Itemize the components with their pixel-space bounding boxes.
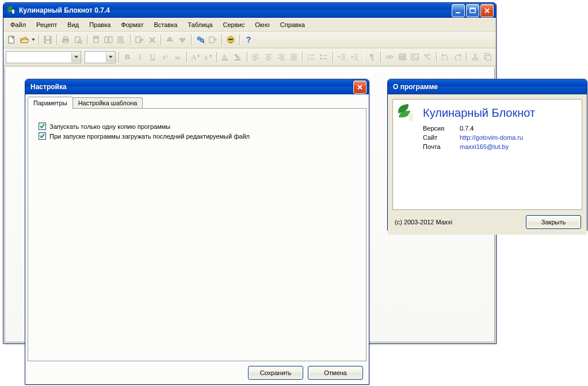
label-load-last-file: При запуске программы загружать последни… <box>49 133 250 140</box>
settings-body: Параметры Настройка шаблона Запускать то… <box>25 94 369 384</box>
font-grow-icon[interactable]: A <box>190 51 201 63</box>
svg-text:2: 2 <box>307 57 309 60</box>
undo-icon[interactable] <box>440 51 451 63</box>
font-color-icon[interactable]: A <box>220 51 231 63</box>
svg-point-62 <box>386 56 390 58</box>
about-mail-link[interactable]: maxxi165@tut.by <box>460 143 576 150</box>
insert-image-icon[interactable] <box>409 51 421 63</box>
list-bullet-icon[interactable] <box>318 51 330 63</box>
minimize-button[interactable] <box>452 4 465 17</box>
main-title: Кулинарный Блокнот 0.7.4 <box>19 3 452 18</box>
font-shrink-icon[interactable]: A <box>202 51 213 63</box>
svg-rect-6 <box>46 41 49 43</box>
menu-window[interactable]: Окно <box>250 20 274 30</box>
align-right-icon[interactable] <box>276 51 287 63</box>
insert-link-icon[interactable] <box>384 51 395 63</box>
about-version-value: 0.7.4 <box>460 125 576 132</box>
indent-icon[interactable] <box>349 51 360 63</box>
highlight-icon[interactable] <box>232 51 244 63</box>
svg-rect-0 <box>456 12 460 13</box>
menubar: Файл Рецепт Вид Правка Формат Вставка Та… <box>3 18 496 32</box>
edit-icon[interactable] <box>133 34 145 45</box>
about-dialog: О программе Кулинарный Блокнот Версия 0.… <box>387 79 587 231</box>
about-copyright: (c) 2003-2012 Maxxi <box>395 219 452 226</box>
move-up-icon[interactable] <box>164 34 175 45</box>
main-close-button[interactable] <box>480 4 494 17</box>
toolbar-standard: ? <box>3 32 496 48</box>
face-icon[interactable] <box>225 34 236 45</box>
italic-icon[interactable]: I <box>134 51 146 63</box>
settings-cancel-button[interactable]: Отмена <box>308 366 363 380</box>
subscript-icon[interactable]: x₂ <box>172 51 184 63</box>
about-body: Кулинарный Блокнот Версия 0.7.4 Сайт htt… <box>388 94 587 235</box>
menu-format[interactable]: Формат <box>116 20 148 30</box>
svg-rect-8 <box>64 37 67 39</box>
main-titlebar[interactable]: Кулинарный Блокнот 0.7.4 <box>3 3 496 18</box>
svg-text:A: A <box>222 53 227 60</box>
move-down-icon[interactable] <box>177 34 188 45</box>
recipe-props-icon[interactable] <box>116 34 127 45</box>
new-file-icon[interactable] <box>6 34 17 45</box>
maximize-button[interactable] <box>466 4 479 17</box>
settings-titlebar[interactable]: Настройка <box>25 79 369 94</box>
about-app-icon <box>398 105 419 124</box>
align-left-icon[interactable] <box>250 51 262 63</box>
underline-icon[interactable]: U <box>147 51 158 63</box>
menu-file[interactable]: Файл <box>6 20 30 30</box>
open-dropdown-icon[interactable] <box>31 34 36 45</box>
goto-icon[interactable] <box>207 34 219 45</box>
about-panel: Кулинарный Блокнот Версия 0.7.4 Сайт htt… <box>392 99 582 210</box>
menu-recipe[interactable]: Рецепт <box>32 20 62 30</box>
about-titlebar[interactable]: О программе <box>388 79 587 94</box>
tab-page-parameters: Запускать только одну копию программы Пр… <box>28 108 366 361</box>
menu-table[interactable]: Таблица <box>183 20 217 30</box>
insert-table-icon[interactable] <box>396 51 408 63</box>
svg-rect-31 <box>235 59 240 60</box>
svg-rect-5 <box>46 36 49 39</box>
settings-close-button[interactable] <box>353 81 366 94</box>
align-center-icon[interactable] <box>263 51 274 63</box>
font-size-combo[interactable] <box>85 51 116 63</box>
notes-icon[interactable] <box>103 34 114 45</box>
settings-save-button[interactable]: Сохранить <box>248 366 303 380</box>
copy-icon[interactable] <box>482 51 494 63</box>
outdent-icon[interactable] <box>336 51 348 63</box>
svg-rect-24 <box>209 37 214 43</box>
print-preview-icon[interactable] <box>72 34 84 45</box>
svg-rect-9 <box>64 41 67 43</box>
superscript-icon[interactable]: x² <box>159 51 171 63</box>
insert-temp-icon[interactable]: ℃ <box>422 51 433 63</box>
checkbox-single-instance[interactable] <box>39 123 46 130</box>
find-icon[interactable] <box>194 34 206 45</box>
menu-edit[interactable]: Правка <box>85 20 115 30</box>
font-name-combo[interactable] <box>6 51 81 63</box>
about-site-link[interactable]: http://gotovim-doma.ru <box>460 134 576 141</box>
about-title: О программе <box>391 79 586 94</box>
svg-rect-64 <box>399 54 406 60</box>
menu-service[interactable]: Сервис <box>219 20 250 30</box>
svg-point-70 <box>413 55 414 56</box>
open-file-icon[interactable] <box>18 34 30 45</box>
bold-icon[interactable]: B <box>122 51 133 63</box>
tab-parameters[interactable]: Параметры <box>28 97 73 109</box>
checkbox-load-last-file[interactable] <box>39 132 46 140</box>
help-icon[interactable]: ? <box>243 34 254 45</box>
save-icon[interactable] <box>42 34 54 45</box>
svg-point-63 <box>390 56 393 58</box>
menu-view[interactable]: Вид <box>63 20 83 30</box>
toolbar-format: B I U x² x₂ A A A 12 ¶ <box>3 48 496 66</box>
list-numbered-icon[interactable]: 12 <box>306 51 317 63</box>
about-close-button[interactable]: Закрыть <box>526 215 581 229</box>
menu-insert[interactable]: Вставка <box>149 20 182 30</box>
about-mail-label: Почта <box>423 143 460 150</box>
delete-icon[interactable] <box>146 34 158 45</box>
recipe-list-icon[interactable] <box>90 34 102 45</box>
svg-rect-69 <box>411 54 418 60</box>
redo-icon[interactable] <box>452 51 463 63</box>
print-icon[interactable] <box>60 34 71 45</box>
menu-help[interactable]: Справка <box>276 20 310 30</box>
svg-point-53 <box>320 58 322 60</box>
align-justify-icon[interactable] <box>288 51 299 63</box>
pilcrow-icon[interactable]: ¶ <box>366 51 377 63</box>
cut-icon[interactable] <box>469 51 481 63</box>
